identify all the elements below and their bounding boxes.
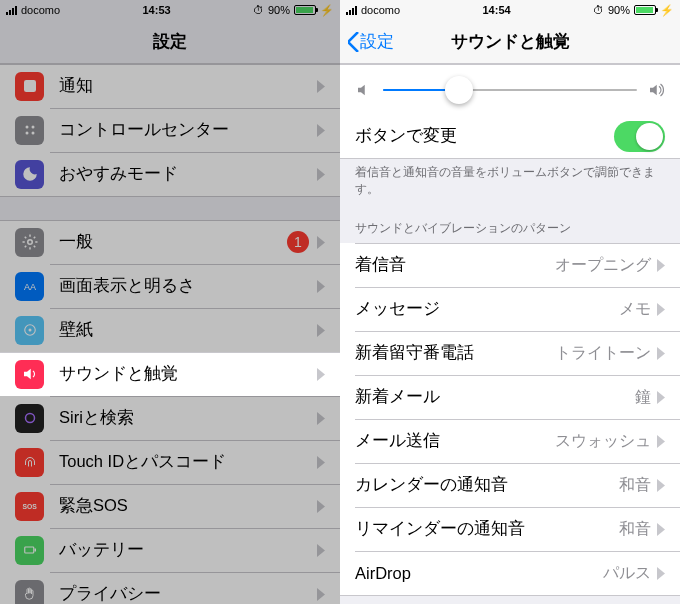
- chevron-right-icon: [317, 280, 325, 293]
- chevron-right-icon: [317, 588, 325, 601]
- label: 新着メール: [355, 386, 635, 408]
- row-sounds[interactable]: サウンドと触覚: [0, 352, 340, 396]
- svg-rect-11: [24, 547, 33, 553]
- status-bar: docomo 14:54 ⏱ 90% ⚡: [340, 0, 680, 20]
- row-privacy[interactable]: プライバシー: [0, 572, 340, 604]
- row-ringtone[interactable]: 着信音 オープニング: [340, 243, 680, 287]
- label: 壁紙: [59, 319, 317, 341]
- hand-icon: [15, 580, 44, 605]
- nav-bar: 設定: [0, 20, 340, 64]
- back-label: 設定: [360, 30, 394, 53]
- label: コントロールセンター: [59, 119, 317, 141]
- alarm-icon: ⏱: [593, 4, 604, 16]
- chevron-right-icon: [317, 500, 325, 513]
- battery-percent: 90%: [268, 4, 290, 16]
- status-bar: docomo 14:53 ⏱ 90% ⚡: [0, 0, 340, 20]
- label: AirDrop: [355, 564, 603, 583]
- svg-text:SOS: SOS: [22, 503, 37, 510]
- row-general[interactable]: 一般 1: [0, 220, 340, 264]
- svg-point-9: [25, 414, 34, 423]
- row-reminder[interactable]: リマインダーの通知音 和音: [340, 507, 680, 551]
- label: おやすみモード: [59, 163, 317, 185]
- row-notifications[interactable]: 通知: [0, 64, 340, 108]
- label: Siriと検索: [59, 407, 317, 429]
- row-voicemail[interactable]: 新着留守番電話 トライトーン: [340, 331, 680, 375]
- label: カレンダーの通知音: [355, 474, 619, 496]
- carrier-label: docomo: [361, 4, 400, 16]
- signal-icon: [346, 6, 357, 15]
- row-battery[interactable]: バッテリー: [0, 528, 340, 572]
- row-dnd[interactable]: おやすみモード: [0, 152, 340, 196]
- label: 画面表示と明るさ: [59, 275, 317, 297]
- siri-icon: [15, 404, 44, 433]
- label: 緊急SOS: [59, 495, 317, 517]
- row-change-with-buttons[interactable]: ボタンで変更: [340, 114, 680, 158]
- chevron-right-icon: [657, 479, 665, 492]
- chevron-right-icon: [657, 567, 665, 580]
- label: バッテリー: [59, 539, 317, 561]
- chevron-right-icon: [317, 456, 325, 469]
- row-sos[interactable]: SOS 緊急SOS: [0, 484, 340, 528]
- fingerprint-icon: [15, 448, 44, 477]
- alarm-icon: ⏱: [253, 4, 264, 16]
- chevron-right-icon: [317, 168, 325, 181]
- row-text-tone[interactable]: メッセージ メモ: [340, 287, 680, 331]
- row-control-center[interactable]: コントロールセンター: [0, 108, 340, 152]
- battery-percent: 90%: [608, 4, 630, 16]
- volume-slider-row: [340, 64, 680, 114]
- speaker-icon: [15, 360, 44, 389]
- signal-icon: [6, 6, 17, 15]
- label: メッセージ: [355, 298, 619, 320]
- chevron-right-icon: [657, 259, 665, 272]
- label: サウンドと触覚: [59, 363, 317, 385]
- value: 和音: [619, 475, 651, 496]
- chevron-right-icon: [657, 347, 665, 360]
- clock: 14:53: [142, 4, 170, 16]
- label: Touch IDとパスコード: [59, 451, 317, 473]
- row-airdrop[interactable]: AirDrop パルス: [340, 551, 680, 595]
- settings-screen: docomo 14:53 ⏱ 90% ⚡ 設定 通知 コントロールセンター おや…: [0, 0, 340, 604]
- section-header: サウンドとバイブレーションのパターン: [340, 206, 680, 243]
- value: 和音: [619, 519, 651, 540]
- wallpaper-icon: [15, 316, 44, 345]
- value: オープニング: [555, 255, 651, 276]
- row-sent-mail[interactable]: メール送信 スウォッシュ: [340, 419, 680, 463]
- footer-note: 着信音と通知音の音量をボリュームボタンで調節できます。: [340, 158, 680, 206]
- row-siri[interactable]: Siriと検索: [0, 396, 340, 440]
- label: ボタンで変更: [355, 125, 614, 147]
- notifications-icon: [15, 72, 44, 101]
- back-button[interactable]: 設定: [348, 30, 394, 53]
- svg-point-1: [25, 126, 28, 129]
- chevron-right-icon: [657, 523, 665, 536]
- battery-icon: [634, 5, 656, 15]
- chevron-right-icon: [657, 391, 665, 404]
- svg-point-3: [25, 132, 28, 135]
- nav-bar: 設定 サウンドと触覚: [340, 20, 680, 64]
- volume-slider[interactable]: [383, 89, 637, 91]
- page-title: 設定: [153, 30, 187, 53]
- svg-text:AA: AA: [24, 282, 36, 292]
- svg-point-5: [27, 240, 32, 245]
- toggle-on[interactable]: [614, 121, 665, 152]
- value: トライトーン: [555, 343, 651, 364]
- svg-rect-12: [34, 549, 36, 552]
- sounds-screen: docomo 14:54 ⏱ 90% ⚡ 設定 サウンドと触覚 ボタンで変更 着…: [340, 0, 680, 604]
- battery-row-icon: [15, 536, 44, 565]
- label: 新着留守番電話: [355, 342, 555, 364]
- charging-icon: ⚡: [320, 4, 334, 17]
- label: リマインダーの通知音: [355, 518, 619, 540]
- value: 鐘: [635, 387, 651, 408]
- label: プライバシー: [59, 583, 317, 604]
- badge: 1: [287, 231, 309, 253]
- row-touchid[interactable]: Touch IDとパスコード: [0, 440, 340, 484]
- label: 通知: [59, 75, 317, 97]
- chevron-right-icon: [657, 435, 665, 448]
- row-new-mail[interactable]: 新着メール 鐘: [340, 375, 680, 419]
- row-wallpaper[interactable]: 壁紙: [0, 308, 340, 352]
- value: パルス: [603, 563, 651, 584]
- row-display[interactable]: AA 画面表示と明るさ: [0, 264, 340, 308]
- display-icon: AA: [15, 272, 44, 301]
- row-calendar[interactable]: カレンダーの通知音 和音: [340, 463, 680, 507]
- clock: 14:54: [482, 4, 510, 16]
- svg-point-4: [31, 132, 34, 135]
